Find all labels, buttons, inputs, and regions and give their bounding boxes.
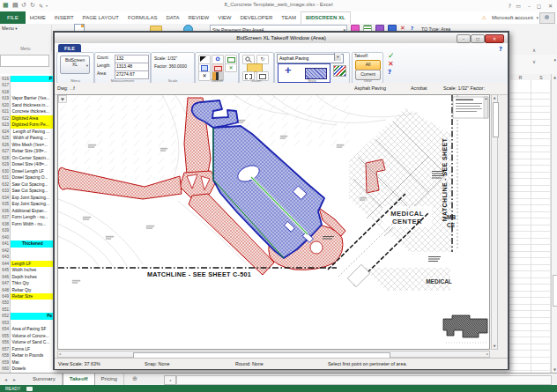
- sheet-row-629[interactable]: 629Dowel Size (4/8=...: [0, 161, 53, 167]
- sheet-row-650[interactable]: 650: [0, 300, 53, 306]
- sheet-row-617[interactable]: 617: [0, 82, 53, 88]
- grid-cells[interactable]: [509, 80, 551, 373]
- ribbon-display-icon[interactable]: ▭: [516, 2, 521, 10]
- canvas-corner-box[interactable]: [59, 96, 67, 103]
- help-mark-icon[interactable]: ?: [388, 69, 391, 76]
- maximize-window-icon[interactable]: ◻: [537, 2, 541, 10]
- sheet-row-640[interactable]: 640: [0, 234, 53, 240]
- sheet-tab-pricing[interactable]: Pricing: [95, 374, 124, 385]
- sheet-row-643[interactable]: 643: [0, 254, 53, 260]
- plan-vertical-scrollbar[interactable]: ▲ ▼: [491, 94, 498, 350]
- sheet-row-659[interactable]: 659Mat: [0, 359, 53, 366]
- sheet-tab-summary[interactable]: Summary: [26, 374, 63, 385]
- sheet-row-660[interactable]: 660Dowels: [0, 366, 53, 372]
- plan-vscroll-thumb[interactable]: [493, 102, 499, 137]
- sheet-row-645[interactable]: 645Width Inches: [0, 267, 53, 273]
- scrollbar-thumb[interactable]: [553, 275, 557, 307]
- sheet-nav-left-icon[interactable]: ◂: [4, 376, 7, 382]
- rotate-icon[interactable]: ↻: [256, 55, 269, 64]
- accept-icon[interactable]: ✓: [388, 51, 395, 60]
- sheet-row-653[interactable]: 653: [0, 320, 53, 326]
- sheet-row-637[interactable]: 637Form Length - nu...: [0, 214, 53, 220]
- style-dropdown-icon[interactable]: ▾: [334, 53, 341, 61]
- ribbon-tab-bidscreen-xl[interactable]: BIDSCREEN XL: [301, 11, 351, 24]
- avatar[interactable]: [539, 12, 555, 24]
- minimize-window-icon[interactable]: –: [528, 2, 531, 10]
- sheet-row-657[interactable]: 657Forms LF: [0, 346, 53, 352]
- polyline-tool-icon[interactable]: ✕: [225, 63, 237, 73]
- plan-canvas[interactable]: MEDICAL CENTER MB CE MEDICAL MATCHLINE -…: [57, 94, 490, 350]
- sheet-row-641[interactable]: 641Thickened: [0, 240, 53, 247]
- hscroll-left-box[interactable]: ◂: [164, 375, 176, 385]
- cancel-icon[interactable]: ✕: [388, 60, 394, 68]
- sheet-row-625[interactable]: 625 Width of Paving ...: [0, 135, 53, 141]
- scroll-up-icon[interactable]: ∧: [532, 48, 536, 53]
- area-tool-icon[interactable]: [198, 55, 211, 64]
- ribbon-tab-file[interactable]: FILE: [0, 11, 26, 24]
- sheet-row-635[interactable]: 635Exp Joint Spacing...: [0, 201, 53, 207]
- sheet-row-642[interactable]: 642: [0, 248, 53, 254]
- sheet-row-644[interactable]: 644Length LF: [0, 261, 53, 267]
- sheet-row-647[interactable]: 647Thkn Qty: [0, 280, 53, 286]
- vertical-scrollbar[interactable]: ▲ ▼: [551, 74, 557, 373]
- sheet-row-618[interactable]: 618: [0, 89, 53, 95]
- sheet-row-634[interactable]: 634Exp Joint Spacing...: [0, 195, 53, 201]
- ribbon-tab-formulas[interactable]: FORMULAS: [123, 11, 161, 24]
- ribbon-tab-insert[interactable]: INSERT: [50, 11, 78, 24]
- sheet-row-627[interactable]: 627Rebar Size (3/8=...: [0, 148, 53, 154]
- dialog-help-icon[interactable]: ?: [499, 46, 502, 53]
- sheet-row-648[interactable]: 648Rebar Qty: [0, 287, 53, 293]
- sheet-row-655[interactable]: 655Volume of Concre...: [0, 333, 53, 339]
- sheet-row-656[interactable]: 656Volume of Sand C...: [0, 339, 53, 345]
- sheet-row-651[interactable]: 651: [0, 307, 53, 313]
- circle-tool-icon[interactable]: O: [212, 55, 224, 64]
- sheet-row-658[interactable]: 658Rebar in Pounds: [0, 352, 53, 359]
- sheet-row-639[interactable]: 639: [0, 227, 53, 233]
- sheet-row-616[interactable]: 616P: [0, 76, 53, 82]
- ribbon-menu-button[interactable]: Menu ▾: [2, 26, 18, 31]
- sheet-row-636[interactable]: 636Additional Expan...: [0, 208, 53, 214]
- sheet-nav-right-icon[interactable]: ▸: [13, 376, 16, 382]
- account-label[interactable]: Microsoft account: [492, 15, 533, 20]
- sheet-row-624[interactable]: 624 Length of Paving ...: [0, 129, 53, 135]
- sheet-tab-takeoff[interactable]: Takeoff: [63, 374, 95, 385]
- dialog-minimize-button[interactable]: –: [457, 34, 471, 43]
- bidscreen-menu-button[interactable]: BidScreen XL ▾: [60, 55, 90, 74]
- sheet-row-638[interactable]: 638Form Width - nu...: [0, 221, 53, 227]
- horizontal-scrollbar[interactable]: [176, 375, 552, 385]
- view-all-button[interactable]: All: [355, 60, 381, 70]
- style-manager-icon[interactable]: [333, 65, 346, 77]
- dialog-maximize-button[interactable]: ◻: [471, 34, 485, 43]
- sheet-row-623[interactable]: 623Digitized Form Pe...: [0, 122, 53, 128]
- sheet-row-622[interactable]: 622Digitized Area: [0, 115, 53, 122]
- ribbon-tab-developer[interactable]: DEVELOPER: [236, 11, 278, 24]
- plan-horizontal-scrollbar[interactable]: ◂ ▸: [57, 351, 490, 358]
- close-window-icon[interactable]: ✕: [548, 2, 553, 10]
- macro-record-icon[interactable]: [26, 387, 33, 391]
- sheet-grid-right[interactable]: R S: [509, 74, 551, 373]
- add-sheet-icon[interactable]: ⊕: [132, 375, 137, 382]
- ribbon-tab-team[interactable]: TEAM: [277, 11, 301, 24]
- sheet-row-619[interactable]: 619Vapor Barrier (Yes...: [0, 95, 53, 101]
- ribbon-tab-view[interactable]: VIEW: [213, 11, 235, 24]
- scroll-down-icon[interactable]: ∨: [532, 59, 536, 64]
- ribbon-tab-review[interactable]: REVIEW: [184, 11, 214, 24]
- ribbon-tab-data[interactable]: DATA: [161, 11, 183, 24]
- dialog-close-button[interactable]: ✕: [485, 34, 504, 43]
- name-box[interactable]: ▾: [0, 55, 49, 67]
- sheet-row-621[interactable]: 621Concrete thicknes...: [0, 108, 53, 115]
- sheet-row-654[interactable]: 654Area of Paving SF: [0, 326, 53, 332]
- sheet-row-631[interactable]: 631Dowel Spacing O...: [0, 174, 53, 181]
- zoom-in-icon[interactable]: [242, 55, 255, 64]
- sheet-row-633[interactable]: 633Saw Cut Spacing...: [0, 188, 53, 194]
- account-dropdown-icon[interactable]: ▾: [536, 15, 538, 20]
- sheet-row-649[interactable]: 649Rebar Size: [0, 293, 53, 300]
- help-window-icon[interactable]: ?: [509, 2, 511, 10]
- sheet-row-628[interactable]: 628On-Center Spacin...: [0, 155, 53, 161]
- sheet-row-632[interactable]: 632Saw Cut Spacing...: [0, 181, 53, 188]
- sheet-row-620[interactable]: 620Sand thickness in...: [0, 102, 53, 108]
- sheet-row-630[interactable]: 630Dowel Length LF: [0, 168, 53, 174]
- sheet-row-646[interactable]: 646Depth Inches: [0, 274, 53, 280]
- notes-panel[interactable]: [453, 97, 488, 118]
- sheet-row-626[interactable]: 626Wire Mesh (Yes=...: [0, 142, 53, 148]
